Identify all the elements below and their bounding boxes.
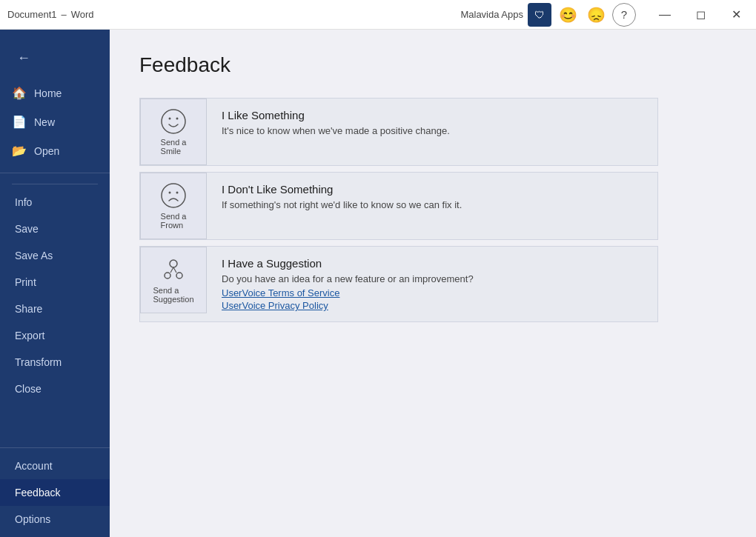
smile-card-title: I Like Something: [222, 109, 643, 121]
sidebar-new-label: New: [34, 116, 55, 128]
svg-point-2: [176, 118, 179, 120]
document-title: Document1: [7, 9, 56, 20]
sidebar-middle: Info Save Save As Print Share Export Tra…: [0, 173, 110, 447]
sidebar-item-close[interactable]: Close: [0, 376, 110, 402]
title-bar-left: Document1 – Word: [0, 9, 448, 20]
frown-icon-box: Send aFrown: [140, 173, 207, 239]
title-separator: –: [61, 9, 66, 20]
svg-point-1: [169, 118, 171, 120]
content-area: Feedback Send aSmile I Like Something It…: [110, 30, 756, 537]
svg-point-8: [176, 273, 182, 278]
open-folder-icon: 📂: [12, 144, 27, 158]
app-body: ← 🏠 Home 📄 New 📂 Open Info Save Save As …: [0, 30, 756, 537]
sidebar-item-account[interactable]: Account: [0, 453, 110, 479]
svg-point-4: [169, 192, 171, 194]
svg-point-6: [170, 260, 177, 267]
sidebar-item-feedback[interactable]: Feedback: [0, 479, 110, 506]
sidebar-item-saveas[interactable]: Save As: [0, 242, 110, 269]
sidebar-item-options[interactable]: Options: [0, 506, 110, 533]
svg-point-0: [162, 110, 185, 133]
uservoice-terms-link[interactable]: UserVoice Terms of Service: [222, 287, 643, 298]
feedback-card-suggestion[interactable]: Send aSuggestion I Have a Suggestion Do …: [139, 246, 658, 322]
minimize-button[interactable]: —: [648, 0, 682, 30]
sidebar-item-home[interactable]: 🏠 Home: [0, 79, 110, 107]
suggestion-icon-box: Send aSuggestion: [140, 247, 207, 313]
sidebar-item-print[interactable]: Print: [0, 269, 110, 296]
suggestion-card-title: I Have a Suggestion: [222, 257, 643, 270]
suggestion-icon-label: Send aSuggestion: [153, 286, 193, 304]
sidebar-top: ← 🏠 Home 📄 New 📂 Open: [0, 30, 110, 173]
svg-line-10: [173, 267, 176, 273]
sidebar-item-save[interactable]: Save: [0, 216, 110, 242]
app-name: Word: [71, 9, 94, 20]
svg-point-3: [162, 184, 185, 207]
sidebar-item-share[interactable]: Share: [0, 296, 110, 322]
page-title: Feedback: [139, 53, 726, 77]
home-icon: 🏠: [12, 86, 27, 100]
frown-feedback-button[interactable]: 😞: [584, 3, 608, 27]
suggestion-svg-icon: [160, 256, 187, 283]
sidebar-item-transform[interactable]: Transform: [0, 349, 110, 376]
svg-point-5: [176, 192, 179, 194]
smile-svg-icon: [160, 108, 187, 135]
smile-icon-box: Send aSmile: [140, 99, 207, 165]
back-button[interactable]: ←: [9, 43, 39, 73]
smile-icon-label: Send aSmile: [161, 138, 187, 156]
feedback-card-frown[interactable]: Send aFrown I Don't Like Something If so…: [139, 172, 658, 240]
title-bar-center: Document1 – Word: [7, 9, 94, 20]
frown-svg-icon: [160, 182, 187, 209]
frown-card-text: I Don't Like Something If something's no…: [207, 173, 657, 222]
sidebar-item-open[interactable]: 📂 Open: [0, 136, 110, 165]
uservoice-privacy-link[interactable]: UserVoice Privacy Policy: [222, 300, 643, 311]
frown-card-title: I Don't Like Something: [222, 183, 643, 196]
title-bar: Document1 – Word Malavida Apps 🛡 😊 😞 ? —…: [0, 0, 756, 30]
malavida-area: Malavida Apps 🛡 😊 😞 ?: [448, 3, 648, 27]
title-bar-controls: — ◻ ✕: [648, 0, 756, 30]
sidebar-divider-1: [12, 184, 98, 184]
feedback-card-smile[interactable]: Send aSmile I Like Something It's nice t…: [139, 98, 658, 166]
sidebar-home-label: Home: [34, 87, 62, 99]
svg-line-9: [170, 267, 173, 273]
svg-point-7: [165, 273, 170, 278]
close-window-button[interactable]: ✕: [719, 0, 753, 30]
smile-card-text: I Like Something It's nice to know when …: [207, 99, 657, 148]
shield-badge-icon: 🛡: [528, 3, 551, 27]
smile-card-desc: It's nice to know when we've made a posi…: [222, 124, 643, 138]
suggestion-card-text: I Have a Suggestion Do you have an idea …: [207, 247, 657, 321]
help-button[interactable]: ?: [612, 3, 636, 27]
frown-icon-label: Send aFrown: [161, 212, 187, 230]
restore-button[interactable]: ◻: [683, 0, 717, 30]
sidebar: ← 🏠 Home 📄 New 📂 Open Info Save Save As …: [0, 30, 110, 537]
sidebar-bottom: Account Feedback Options: [0, 447, 110, 537]
sidebar-item-info[interactable]: Info: [0, 189, 110, 216]
new-doc-icon: 📄: [12, 115, 27, 129]
sidebar-item-export[interactable]: Export: [0, 322, 110, 349]
malavida-label: Malavida Apps: [460, 9, 523, 20]
frown-card-desc: If something's not right we'd like to kn…: [222, 199, 643, 212]
sidebar-open-label: Open: [34, 145, 59, 157]
sidebar-item-new[interactable]: 📄 New: [0, 107, 110, 136]
smile-feedback-button[interactable]: 😊: [556, 3, 580, 27]
suggestion-card-desc: Do you have an idea for a new feature or…: [222, 273, 643, 286]
